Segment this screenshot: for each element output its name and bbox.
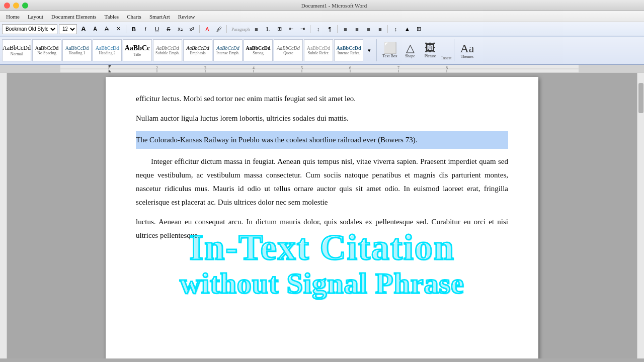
menu-bar: Home Layout Document Elements Tables Cha… [0, 11, 644, 22]
style-heading1[interactable]: AaBbCcDd Heading 1 [62, 39, 92, 61]
font-format-button[interactable]: A̶ [102, 24, 112, 34]
svg-text:7: 7 [397, 66, 399, 70]
style-quote[interactable]: AaBbCcDd Quote [274, 39, 303, 61]
picture-button[interactable]: 🖼 Picture [421, 39, 439, 61]
align-center-button[interactable]: ≡ [352, 24, 362, 34]
style-emphasis-preview: AaBbCcDd [186, 45, 209, 51]
themes-icon: Aa [460, 42, 474, 54]
numbering-button[interactable]: 1. [263, 24, 273, 34]
svg-rect-1 [0, 65, 60, 73]
themes-button[interactable]: Aa Themes [458, 39, 476, 61]
ruler-svg: 1 2 3 4 5 6 7 8 [0, 65, 644, 73]
style-normal-preview: AaBbCcDd [3, 44, 31, 52]
font-size-select[interactable]: 12 [59, 24, 77, 34]
underline-button[interactable]: U [152, 24, 162, 34]
para2-text: Nullam auctor ligula luctus lorem lobort… [136, 114, 349, 122]
shape-button[interactable]: △ Shape [401, 39, 419, 61]
style-quote-label: Quote [283, 51, 293, 55]
main-area: efficitur lectus. Morbi sed tortor nec e… [0, 73, 644, 358]
style-heading2-label: Heading 2 [99, 51, 115, 55]
window-title: Document1 - Microsoft Word [301, 3, 367, 9]
close-button[interactable] [4, 3, 10, 9]
line-spacing-button[interactable]: ↕ [390, 24, 400, 34]
style-strong[interactable]: AaBbCcDd Strong [244, 39, 273, 61]
style-subtle-ref-label: Subtle Refer. [308, 51, 329, 55]
text-color-button[interactable]: A [202, 24, 212, 34]
menu-tables[interactable]: Tables [101, 13, 123, 21]
style-title[interactable]: AaBbCc Title [123, 39, 152, 61]
shrink-font-button[interactable]: A [90, 24, 100, 34]
insert-group: ⬜ Text Box △ Shape 🖼 Picture Insert [376, 39, 452, 61]
scrollbar-thumb[interactable] [638, 83, 643, 113]
styles-more-button[interactable]: ▾ [364, 39, 374, 61]
font-family-select[interactable]: Bookman Old Style [2, 24, 57, 34]
separator-3 [226, 25, 227, 33]
themes-group: Aa Themes [454, 39, 476, 61]
document-page[interactable]: efficitur lectus. Morbi sed tortor nec e… [106, 77, 538, 358]
scrollbar-right[interactable] [637, 73, 644, 358]
menu-document-elements[interactable]: Document Elements [47, 13, 101, 21]
style-emphasis[interactable]: AaBbCcDd Emphasis [183, 39, 212, 61]
subscript-button[interactable]: x₂ [175, 24, 185, 34]
italic-button[interactable]: I [140, 24, 150, 34]
style-heading2[interactable]: AaBbCcDd Heading 2 [93, 39, 122, 61]
highlight-button[interactable]: 🖊 [214, 24, 224, 34]
svg-rect-2 [579, 65, 644, 73]
maximize-button[interactable] [22, 3, 28, 9]
multilevel-button[interactable]: ⊞ [274, 24, 284, 34]
scrollbar-left[interactable] [0, 73, 7, 358]
align-right-button[interactable]: ≡ [363, 24, 373, 34]
show-para-button[interactable]: ¶ [325, 24, 335, 34]
style-normal-label: Normal [11, 52, 23, 56]
decrease-indent-button[interactable]: ⇤ [286, 24, 296, 34]
borders-button[interactable]: ⊞ [414, 24, 424, 34]
justify-button[interactable]: ≡ [375, 24, 385, 34]
text-box-icon: ⬜ [383, 43, 397, 54]
svg-text:4: 4 [253, 66, 255, 70]
style-subtitle-label: Subtitle Emph. [155, 51, 180, 55]
style-strong-preview: AaBbCcDd [246, 45, 271, 51]
style-heading1-preview: AaBbCcDd [65, 45, 89, 51]
bullets-button[interactable]: ≡ [251, 24, 261, 34]
menu-smartart[interactable]: SmartArt [145, 13, 174, 21]
align-left-button[interactable]: ≡ [340, 24, 350, 34]
window-controls [4, 3, 28, 9]
style-intense-ref[interactable]: AaBbCcDd Intense Refer. [334, 39, 363, 61]
style-no-spacing[interactable]: AaBbCcDd No Spacing [32, 39, 61, 61]
para1-text: efficitur lectus. Morbi sed tortor nec e… [136, 95, 356, 103]
menu-home[interactable]: Home [2, 13, 24, 21]
themes-label: Themes [461, 54, 473, 59]
style-title-preview: AaBbCc [125, 44, 150, 52]
font-toolbar: Bookman Old Style 12 A A A̶ ✕ B I U S x₂… [0, 22, 644, 36]
paragraph-group-label: Paragraph [231, 27, 250, 32]
separator-4 [310, 25, 310, 33]
style-subtle-ref[interactable]: AaBbCcDd Subtle Refer. [304, 39, 333, 61]
menu-review[interactable]: Review [174, 13, 199, 21]
increase-indent-button[interactable]: ⇥ [297, 24, 307, 34]
styles-toolbar: AaBbCcDd Normal AaBbCcDd No Spacing AaBb… [0, 36, 644, 64]
style-subtle-ref-preview: AaBbCcDd [307, 45, 331, 51]
para5-text: luctus. Aenean eu consequat arcu. In dic… [136, 218, 508, 239]
insert-group-label: Insert [441, 55, 452, 60]
style-normal[interactable]: AaBbCcDd Normal [2, 39, 31, 61]
sort-button[interactable]: ↕ [313, 24, 323, 34]
separator-5 [337, 25, 338, 33]
style-strong-label: Strong [253, 51, 263, 55]
para4-text: Integer efficitur dictum massa in feugia… [136, 157, 508, 206]
style-intense-emph-label: Intense Emph. [216, 51, 239, 55]
style-intense-emph[interactable]: AaBbCcDd Intense Emph. [213, 39, 243, 61]
grow-font-button[interactable]: A [78, 24, 89, 34]
svg-text:2: 2 [156, 66, 158, 70]
svg-text:5: 5 [301, 66, 303, 70]
bold-button[interactable]: B [129, 24, 139, 34]
menu-charts[interactable]: Charts [123, 13, 145, 21]
clear-format-button[interactable]: ✕ [113, 24, 123, 34]
superscript-button[interactable]: x² [187, 24, 197, 34]
strikethrough-button[interactable]: S [164, 24, 174, 34]
menu-layout[interactable]: Layout [24, 13, 47, 21]
shading-button[interactable]: ▲ [402, 24, 412, 34]
document-container: efficitur lectus. Morbi sed tortor nec e… [7, 73, 637, 358]
minimize-button[interactable] [13, 3, 19, 9]
text-box-button[interactable]: ⬜ Text Box [381, 39, 399, 61]
style-subtitle[interactable]: AaBbCcDd Subtitle Emph. [153, 39, 182, 61]
